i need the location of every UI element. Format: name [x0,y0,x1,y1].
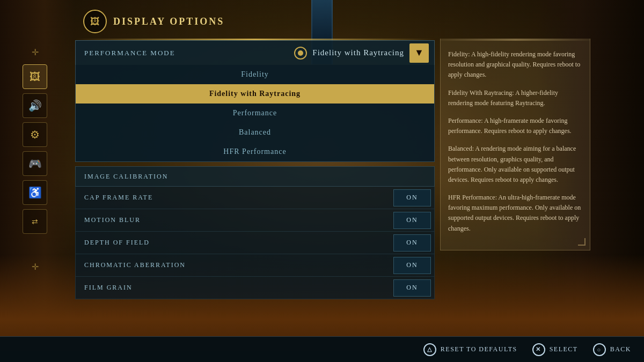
sidebar-item-settings[interactable]: ⚙ [23,122,47,147]
cross-icon: ✕ [532,343,545,356]
select-action[interactable]: ✕ SELECT [532,343,578,356]
sidebar-item-share[interactable]: ⇄ [23,209,47,234]
header-icon: 🖼 [83,10,107,33]
info-text-fidelity-rt: Fidelity With Raytracing: A higher-fidel… [448,88,582,108]
cap-frame-rate-label: CAP FRAME RATE [84,194,153,202]
chromatic-aberration-row[interactable]: CHROMATIC ABERRATION ON [75,254,435,277]
sidebar-item-accessibility[interactable]: ♿ [23,180,47,205]
circle-icon: ○ [593,343,606,356]
chromatic-aberration-label: CHROMATIC ABERRATION [84,261,186,269]
page-title: DISPLAY OPTIONS [113,16,224,27]
display-nav-icon: 🖼 [30,71,40,83]
controller-nav-icon: 🎮 [28,157,42,170]
option-balanced[interactable]: Balanced [76,123,434,142]
option-performance[interactable]: Performance [76,104,434,123]
option-fidelity[interactable]: Fidelity [76,65,434,84]
info-text-hfr: HFR Performance: An ultra-high-framerate… [448,193,582,234]
motion-blur-value[interactable]: ON [393,212,431,229]
reset-to-defaults-action[interactable]: △ RESET TO DEFAULTS [423,343,517,356]
depth-of-field-value[interactable]: ON [393,234,431,252]
cap-frame-rate-row[interactable]: CAP FRAME RATE ON [75,187,435,209]
sidebar-item-display[interactable]: 🖼 [23,64,47,89]
sidebar-item-audio[interactable]: 🔊 [23,93,47,118]
option-fidelity-rt[interactable]: Fidelity with Raytracing [76,84,434,104]
bottom-bar: △ RESET TO DEFAULTS ✕ SELECT ○ BACK [0,336,644,362]
film-grain-label: FILM GRAIN [84,284,133,292]
sidebar-top-cross: ✛ [27,44,43,60]
dropdown-circle-indicator [294,47,307,60]
chromatic-aberration-value[interactable]: ON [393,257,431,274]
performance-mode-label: PERFORMANCE MODE [76,49,294,57]
motion-blur-label: MOTION BLUR [84,216,141,224]
audio-nav-icon: 🔊 [28,99,42,112]
film-grain-row[interactable]: FILM GRAIN ON [75,277,435,299]
option-hfr[interactable]: HFR Performance [76,142,434,161]
sidebar-bottom-cross: ✛ [27,258,43,275]
back-action[interactable]: ○ BACK [593,343,631,356]
info-text-fidelity: Fidelity: A high-fidelity rendering mode… [448,49,582,80]
performance-mode-dropdown[interactable]: PERFORMANCE MODE Fidelity with Raytracin… [75,40,435,65]
dropdown-selected-value: Fidelity with Raytracing [312,48,404,57]
dropdown-value-area: Fidelity with Raytracing ▼ [294,43,434,63]
display-icon: 🖼 [90,16,100,27]
back-label: BACK [610,345,631,353]
share-nav-icon: ⇄ [32,217,38,226]
dropdown-circle-inner [298,50,303,56]
content-area: ✛ 🖼 🔊 ⚙ 🎮 ♿ ⇄ ✛ [0,39,644,362]
dropdown-arrow-icon[interactable]: ▼ [409,43,429,63]
accessibility-nav-icon: ♿ [28,186,42,199]
info-text-balanced: Balanced: A rendering mode aiming for a … [448,144,582,185]
header: 🖼 DISPLAY OPTIONS [0,0,644,39]
settings-nav-icon: ⚙ [30,128,40,141]
cap-frame-rate-value[interactable]: ON [393,189,431,206]
info-text-performance: Performance: A high-framerate mode favor… [448,116,582,136]
dropdown-list: Fidelity Fidelity with Raytracing Perfor… [75,65,435,162]
content-row: PERFORMANCE MODE Fidelity with Raytracin… [70,39,644,335]
image-calibration-label: IMAGE CALIBRATION [84,173,168,181]
ui-container: 🖼 DISPLAY OPTIONS ✛ 🖼 🔊 ⚙ 🎮 ♿ ⇄ [0,0,644,362]
reset-label: RESET TO DEFAULTS [441,345,517,353]
film-grain-value[interactable]: ON [393,279,431,297]
info-panel-corner-decoration [578,238,586,246]
main-panel: PERFORMANCE MODE Fidelity with Raytracin… [70,39,440,335]
info-panel: Fidelity: A high-fidelity rendering mode… [440,41,590,250]
select-label: SELECT [550,345,578,353]
triangle-icon: △ [423,343,436,356]
image-calibration-header: IMAGE CALIBRATION [75,166,435,187]
depth-of-field-row[interactable]: DEPTH OF FIELD ON [75,232,435,254]
depth-of-field-label: DEPTH OF FIELD [84,239,150,247]
sidebar: ✛ 🖼 🔊 ⚙ 🎮 ♿ ⇄ ✛ [0,39,70,335]
sidebar-item-controller[interactable]: 🎮 [23,151,47,176]
info-panel-container: Fidelity: A high-fidelity rendering mode… [440,39,596,335]
motion-blur-row[interactable]: MOTION BLUR ON [75,209,435,232]
